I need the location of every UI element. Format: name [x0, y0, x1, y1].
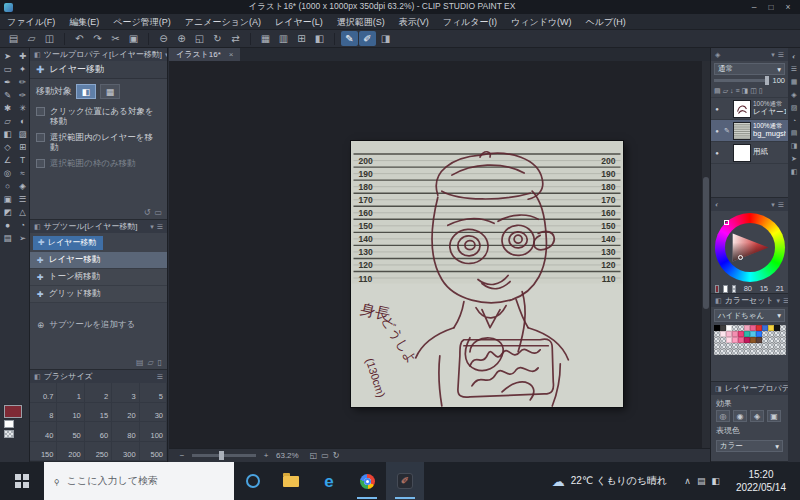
menu-item[interactable]: ウィンドウ(W) — [504, 14, 579, 30]
fit-screen-icon[interactable]: ◱ — [191, 31, 208, 46]
brush-size-cell[interactable]: 2 — [85, 383, 112, 403]
dot-tool-icon[interactable]: ● — [1, 219, 15, 232]
color-set-select[interactable]: ハイドちゃん ▾ — [714, 309, 785, 322]
taskbar-clock[interactable]: 15:20 2022/05/14 — [727, 468, 795, 495]
gradient-tool-icon[interactable]: ▨ — [16, 128, 30, 141]
transparent-color-swatch[interactable] — [4, 430, 14, 438]
brush-size-cell[interactable]: 40 — [30, 422, 57, 442]
document-tab[interactable]: イラスト16* × — [169, 48, 240, 61]
menu-item[interactable]: ヘルプ(H) — [579, 14, 633, 30]
ruler-tool-icon[interactable]: ∠ — [1, 154, 15, 167]
layer-row[interactable]: ● 用紙 — [711, 142, 788, 164]
panel-menu-icon[interactable]: ☰ — [157, 373, 163, 381]
brush-size-cell[interactable]: 500 — [140, 442, 167, 462]
menu-item[interactable]: 編集(E) — [62, 14, 106, 30]
panel-collapse-icon[interactable]: ▾ — [771, 201, 775, 209]
blend-tool-icon[interactable]: ◐ — [16, 115, 30, 128]
panel-collapse-icon[interactable]: ▾ — [777, 297, 781, 305]
brush-size-cell[interactable]: 200 — [57, 442, 84, 462]
pen-tool-icon[interactable]: ✏ — [16, 76, 30, 89]
approximate-color-dock-icon[interactable]: ▨ — [791, 104, 798, 112]
transfer-icon[interactable]: ↓ — [730, 87, 734, 95]
cut-icon[interactable]: ✂ — [107, 31, 124, 46]
snap-ruler-icon[interactable]: ◧ — [311, 31, 328, 46]
zoom-in-button[interactable]: + — [261, 451, 271, 460]
watercolor-tool-icon[interactable]: ✱ — [1, 102, 15, 115]
sub-tool-item[interactable]: ✚ トーン柄移動 — [30, 269, 167, 286]
layer-property-dock-icon[interactable]: ◨ — [791, 142, 798, 150]
new-folder-icon[interactable]: ▱ — [723, 87, 728, 95]
zoom-tool-icon[interactable]: ○ — [1, 180, 15, 193]
panel-menu-icon[interactable]: ☰ — [778, 51, 784, 59]
material-panel-icon[interactable]: ◨ — [377, 31, 394, 46]
brush-size-cell[interactable]: 250 — [85, 442, 112, 462]
line-correction-tool-icon[interactable]: ≈ — [16, 167, 30, 180]
zoom-out-button[interactable]: − — [177, 451, 187, 460]
menu-item[interactable]: フィルター(I) — [436, 14, 504, 30]
border-effect-icon[interactable]: ◎ — [716, 410, 730, 422]
rotate-reset-icon[interactable]: ↻ — [333, 451, 340, 460]
taskbar-search[interactable]: ⌕ ここに入力して検索 — [44, 462, 234, 500]
tone-tool-icon[interactable]: ◔ — [16, 219, 30, 232]
combine-icon[interactable]: ≡ — [736, 87, 740, 95]
zoom-slider[interactable] — [192, 454, 256, 457]
redo-icon[interactable]: ↷ — [89, 31, 106, 46]
brush-tool-icon[interactable]: ✑ — [16, 89, 30, 102]
grid-icon[interactable]: ▦ — [257, 31, 274, 46]
current-color-chip[interactable] — [715, 285, 719, 293]
layer-visibility-icon[interactable]: ● — [713, 106, 721, 112]
tool-property-header[interactable]: ◧ ツールプロパティ[レイヤー移動] ▾☰ — [30, 48, 167, 61]
layer-row[interactable]: ● 100%通常 レイヤー1 — [711, 98, 788, 120]
move-target-all-button[interactable]: ▦ — [100, 84, 120, 99]
menu-item[interactable]: 選択範囲(S) — [330, 14, 392, 30]
tool-property-option[interactable]: クリック位置にある対象を移動 — [36, 106, 161, 126]
color-wheel-dock-icon[interactable]: ◐ — [792, 53, 796, 60]
new-sub-tool-icon[interactable]: ▤ — [136, 358, 144, 367]
sub-tool-header[interactable]: ◧ サブツール[レイヤー移動] ▾☰ — [30, 220, 167, 233]
layer-row[interactable]: ● ✎ 100%通常 bg_mugshot_cm — [711, 120, 788, 142]
copy-icon[interactable]: ▣ — [125, 31, 142, 46]
opacity-slider[interactable] — [714, 79, 769, 82]
panel-collapse-icon[interactable]: ▾ — [150, 223, 154, 231]
sub-color-chip[interactable] — [723, 285, 727, 293]
menu-item[interactable]: ファイル(F) — [0, 14, 62, 30]
eraser-tool-icon[interactable]: ▱ — [1, 115, 15, 128]
zoom-in-icon[interactable]: ⊕ — [173, 31, 190, 46]
decoration-tool-icon[interactable]: ▣ — [1, 193, 15, 206]
hidden-icons-chevron[interactable]: ∧ — [684, 476, 691, 486]
selection-tool-icon[interactable]: ▭ — [1, 63, 15, 76]
panel-collapse-icon[interactable]: ▾ — [771, 51, 775, 59]
color-swatch[interactable] — [780, 349, 786, 355]
close-button[interactable]: × — [780, 2, 796, 12]
menu-item[interactable]: レイヤー(L) — [268, 14, 330, 30]
undo-icon[interactable]: ↶ — [71, 31, 88, 46]
color-history-dock-icon[interactable]: ◔ — [792, 117, 796, 124]
brush-size-cell[interactable]: 1 — [57, 383, 84, 403]
color-wheel-header[interactable]: ◐ ▾☰ — [711, 198, 788, 211]
sub-tool-item[interactable]: ✚ グリッド移動 — [30, 286, 167, 303]
eyedropper-tool-icon[interactable]: ✒ — [1, 76, 15, 89]
checkbox-icon[interactable] — [36, 159, 45, 168]
network-icon[interactable]: ▤ — [697, 476, 706, 486]
save-icon[interactable]: ◫ — [41, 31, 58, 46]
layer-visibility-icon[interactable]: ● — [713, 150, 721, 156]
brush-size-cell[interactable]: 80 — [112, 422, 139, 442]
duplicate-sub-tool-icon[interactable]: ▱ — [147, 358, 153, 367]
symmetry-tool-icon[interactable]: △ — [16, 206, 30, 219]
panel-menu-icon[interactable]: ☰ — [157, 223, 163, 231]
balloon-tool-icon[interactable]: ◎ — [1, 167, 15, 180]
start-button[interactable] — [0, 462, 44, 500]
weather-widget[interactable]: ☁ 22℃ くもりのち晴れ — [542, 474, 678, 489]
brush-size-header[interactable]: ◧ ブラシサイズ ☰ — [30, 370, 167, 383]
material-dock-icon[interactable]: ◧ — [791, 168, 798, 176]
layer-panel-header[interactable]: ◈ ▾☰ — [711, 48, 788, 61]
brush-size-cell[interactable]: 150 — [30, 442, 57, 462]
brush-size-cell[interactable]: 300 — [112, 442, 139, 462]
layer-thumbnail[interactable] — [733, 144, 751, 162]
material-tool-icon[interactable]: ◈ — [16, 180, 30, 193]
sub-tool-group-tab[interactable]: ✚ レイヤー移動 — [33, 236, 103, 250]
layer-visibility-icon[interactable]: ● — [713, 128, 721, 134]
text-tool-icon[interactable]: T — [16, 154, 30, 167]
figure-tool-icon[interactable]: ◇ — [1, 141, 15, 154]
new-layer-icon[interactable]: ▤ — [714, 87, 721, 95]
